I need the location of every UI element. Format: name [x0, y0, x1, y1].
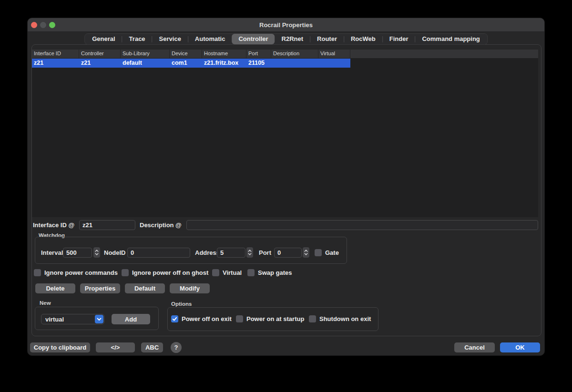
- cell-virtual: [318, 59, 350, 68]
- port-stepper[interactable]: [303, 247, 309, 258]
- power-off-on-exit-checkbox[interactable]: [171, 315, 178, 322]
- column-header-interface-id[interactable]: Interface ID: [32, 50, 79, 58]
- help-button[interactable]: ?: [171, 342, 182, 353]
- tab-automatic[interactable]: Automatic: [188, 34, 232, 44]
- swap-gates-checkbox[interactable]: [247, 269, 255, 276]
- gate-label: Gate: [325, 248, 339, 257]
- column-header-filler: [350, 50, 538, 58]
- tab-router[interactable]: Router: [310, 34, 344, 44]
- tab-r2rnet[interactable]: R2Rnet: [275, 34, 310, 44]
- address-label: Address: [195, 248, 220, 258]
- modify-button[interactable]: Modify: [170, 283, 210, 293]
- tab-service[interactable]: Service: [153, 34, 188, 44]
- chevron-up-down-icon: [247, 249, 252, 256]
- interval-label: Interval: [41, 248, 63, 258]
- titlebar: Rocrail Properties: [28, 18, 544, 32]
- power-on-at-startup-label: Power on at startup: [246, 314, 304, 323]
- cell-controller: z21: [79, 59, 121, 68]
- cell-interface-id: z21: [32, 59, 79, 68]
- interface-id-input[interactable]: z21: [79, 220, 135, 230]
- ignore-power-off-on-ghost-label: Ignore power off on ghost: [132, 268, 208, 277]
- table-row[interactable]: z21 z21 default com1 z21.fritz.box 21105: [32, 59, 350, 68]
- column-header-hostname[interactable]: Hostname: [202, 50, 246, 58]
- copy-to-clipboard-button[interactable]: Copy to clipboard: [30, 342, 90, 352]
- cancel-button[interactable]: Cancel: [454, 342, 495, 352]
- cell-device: com1: [170, 59, 202, 68]
- cell-hostname: z21.fritz.box: [202, 59, 246, 68]
- power-on-at-startup-checkbox[interactable]: [236, 315, 243, 322]
- address-stepper[interactable]: [246, 247, 253, 258]
- description-input[interactable]: [186, 220, 538, 230]
- description-label: Description @: [140, 220, 182, 230]
- new-group-label: New: [40, 300, 51, 306]
- chevron-up-down-icon: [94, 249, 99, 256]
- interval-stepper[interactable]: [93, 247, 100, 258]
- watchdog-port-input[interactable]: 0: [274, 248, 302, 258]
- ignore-power-commands-checkbox[interactable]: [34, 269, 41, 276]
- nodeid-input[interactable]: 0: [127, 248, 190, 258]
- check-icon: [172, 316, 177, 322]
- address-input[interactable]: 5: [217, 248, 245, 258]
- column-header-controller[interactable]: Controller: [79, 50, 121, 58]
- chevron-down-icon: [97, 318, 102, 321]
- ignore-power-off-on-ghost-checkbox[interactable]: [122, 269, 129, 276]
- virtual-checkbox[interactable]: [212, 269, 219, 276]
- tab-command-mapping[interactable]: Command mapping: [415, 34, 486, 44]
- rocrail-properties-window: Rocrail Properties General Trace Service…: [27, 18, 545, 356]
- column-header-port[interactable]: Port: [246, 50, 271, 58]
- ignore-power-commands-label: Ignore power commands: [44, 268, 118, 277]
- interval-input[interactable]: 500: [63, 248, 92, 258]
- cell-sub-library: default: [121, 59, 170, 68]
- add-button[interactable]: Add: [112, 314, 150, 324]
- tab-general[interactable]: General: [85, 34, 122, 44]
- tab-rocweb[interactable]: RocWeb: [344, 34, 382, 44]
- gate-checkbox[interactable]: [315, 249, 322, 256]
- combo-dropdown-button[interactable]: [95, 315, 103, 323]
- window-title: Rocrail Properties: [28, 18, 544, 32]
- properties-button[interactable]: Properties: [80, 283, 120, 293]
- tab-trace[interactable]: Trace: [123, 34, 152, 44]
- controller-type-select[interactable]: virtual: [41, 314, 104, 324]
- tab-controller[interactable]: Controller: [232, 34, 275, 44]
- controller-type-value: virtual: [41, 316, 95, 323]
- table-header-row: Interface ID Controller Sub-Library Devi…: [32, 50, 538, 58]
- virtual-label: Virtual: [223, 268, 242, 277]
- cell-port: 21105: [246, 59, 271, 68]
- tab-bar: General Trace Service Automatic Controll…: [84, 33, 488, 45]
- swap-gates-label: Swap gates: [258, 268, 292, 277]
- nodeid-label: NodeID: [104, 248, 126, 258]
- column-header-device[interactable]: Device: [170, 50, 202, 58]
- abc-button[interactable]: ABC: [141, 342, 163, 352]
- controllers-table: Interface ID Controller Sub-Library Devi…: [32, 50, 538, 217]
- xml-code-button[interactable]: </>: [96, 342, 135, 352]
- shutdown-on-exit-checkbox[interactable]: [309, 315, 316, 322]
- column-header-sub-library[interactable]: Sub-Library: [121, 50, 170, 58]
- default-button[interactable]: Default: [125, 283, 165, 293]
- tab-finder[interactable]: Finder: [383, 34, 415, 44]
- power-off-on-exit-label: Power off on exit: [182, 314, 232, 323]
- column-header-virtual[interactable]: Virtual: [318, 50, 350, 58]
- cell-description: [271, 59, 318, 68]
- shutdown-on-exit-label: Shutdown on exit: [319, 314, 371, 323]
- options-group-label: Options: [171, 301, 192, 307]
- interface-id-label: Interface ID @: [33, 220, 74, 230]
- watchdog-port-label: Port: [259, 248, 271, 258]
- delete-button[interactable]: Delete: [35, 283, 75, 293]
- chevron-up-down-icon: [304, 249, 308, 256]
- column-header-description[interactable]: Description: [271, 50, 318, 58]
- ok-button[interactable]: OK: [500, 342, 540, 352]
